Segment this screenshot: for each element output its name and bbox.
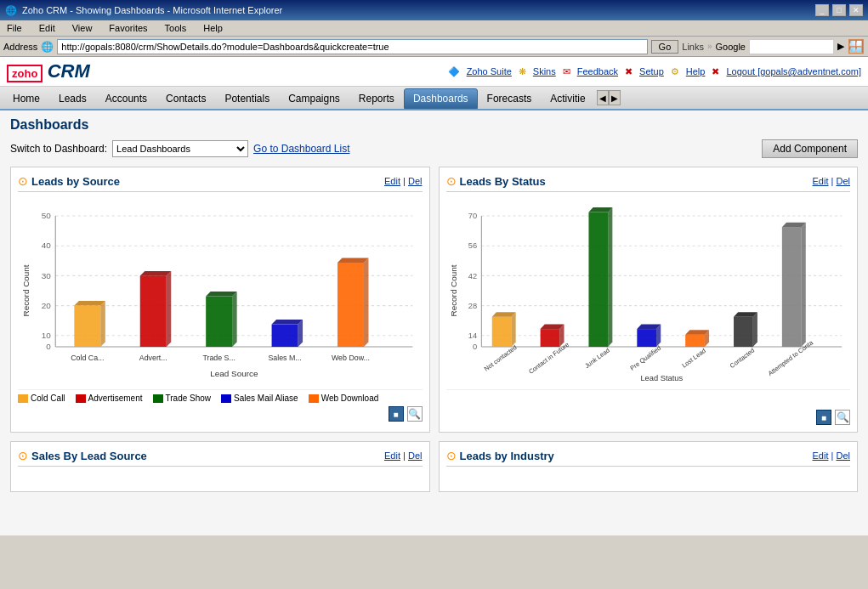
title-bar: 🌐 Zoho CRM - Showing Dashboards - Micros… xyxy=(0,0,868,20)
svg-rect-14 xyxy=(74,306,100,347)
nav-potentials[interactable]: Potentials xyxy=(215,88,279,109)
zoho-text: zoho xyxy=(12,67,37,80)
svg-text:Lead Status: Lead Status xyxy=(640,372,683,382)
svg-rect-58 xyxy=(637,329,656,347)
add-component-button[interactable]: Add Component xyxy=(762,139,858,158)
svg-marker-51 xyxy=(511,312,515,347)
svg-text:56: 56 xyxy=(468,241,476,250)
svg-text:Cold Ca...: Cold Ca... xyxy=(71,354,104,363)
legend-advertisement: Advertisement xyxy=(76,394,143,403)
chart-button-1[interactable]: ■ xyxy=(389,406,404,422)
logout-link[interactable]: Logout [gopals@adventnet.com] xyxy=(726,66,861,76)
nav-scroll-arrows[interactable]: ◀ ▶ xyxy=(597,90,621,105)
top-links: 🔷 Zoho Suite ❋ Skins ✉ Feedback ✖ Setup … xyxy=(448,66,861,77)
legend-trade-show: Trade Show xyxy=(153,394,212,403)
svg-marker-66 xyxy=(752,312,757,347)
legend-color-cold-call xyxy=(18,394,28,403)
nav-scroll-left[interactable]: ◀ xyxy=(597,90,609,105)
svg-text:14: 14 xyxy=(468,331,477,340)
nav-home[interactable]: Home xyxy=(3,88,49,109)
window-controls[interactable]: _ □ ✕ xyxy=(815,4,863,16)
svg-text:0: 0 xyxy=(473,342,477,351)
nav-activities[interactable]: Activitie xyxy=(541,88,594,109)
leads-by-source-title: Leads by Source xyxy=(31,175,120,188)
help-icon: ⚙ xyxy=(671,66,679,77)
crm-text: CRM xyxy=(48,60,90,82)
svg-marker-19 xyxy=(167,271,172,347)
top-header: zoho CRM 🔷 Zoho Suite ❋ Skins ✉ Feedback… xyxy=(0,57,868,87)
nav-accounts[interactable]: Accounts xyxy=(96,88,156,109)
svg-rect-67 xyxy=(781,227,801,347)
chart-controls-1: ■ 🔍 xyxy=(18,406,423,422)
svg-text:30: 30 xyxy=(42,271,52,280)
svg-marker-21 xyxy=(206,292,236,297)
zoom-icon-1: 🔍 xyxy=(408,408,421,420)
chart-icon-1: ⊙ xyxy=(18,174,28,188)
suite-link[interactable]: Zoho Suite xyxy=(467,66,512,76)
svg-text:Record Count: Record Count xyxy=(21,264,31,316)
chart-actions-4: Edit | Del xyxy=(813,450,850,461)
svg-rect-17 xyxy=(140,275,167,347)
google-search-input[interactable] xyxy=(749,39,834,54)
address-label: Address xyxy=(3,42,37,52)
edit-chart-1[interactable]: Edit xyxy=(384,176,400,186)
nav-campaigns[interactable]: Campaigns xyxy=(279,88,349,109)
skins-link[interactable]: Skins xyxy=(533,66,556,76)
nav-forecasts[interactable]: Forecasts xyxy=(478,88,542,109)
svg-text:Contacted: Contacted xyxy=(728,346,755,370)
nav-contacts[interactable]: Contacts xyxy=(156,88,215,109)
address-input[interactable] xyxy=(57,39,647,54)
zoom-button-1[interactable]: 🔍 xyxy=(407,406,423,422)
chart-actions-1: Edit | Del xyxy=(384,176,422,186)
google-go-icon[interactable]: ▶ xyxy=(837,41,844,52)
svg-marker-24 xyxy=(272,320,303,325)
nav-leads[interactable]: Leads xyxy=(49,88,96,109)
svg-marker-28 xyxy=(364,258,369,348)
menu-file[interactable]: File xyxy=(3,22,26,34)
maximize-button[interactable]: □ xyxy=(832,4,846,16)
nav-dashboards[interactable]: Dashboards xyxy=(404,88,478,109)
edit-chart-3[interactable]: Edit xyxy=(384,450,400,461)
menu-edit[interactable]: Edit xyxy=(36,22,59,34)
menu-view[interactable]: View xyxy=(69,22,96,34)
legend-color-trade-show xyxy=(153,394,163,403)
close-button[interactable]: ✕ xyxy=(849,4,863,16)
nav-scroll-right[interactable]: ▶ xyxy=(609,90,621,105)
go-button[interactable]: Go xyxy=(651,40,679,54)
leads-by-source-panel: ⊙ Leads by Source Edit | Del Record Coun… xyxy=(10,167,430,433)
svg-text:0: 0 xyxy=(46,342,51,351)
help-link[interactable]: Help xyxy=(686,66,706,76)
goto-dashboard-link[interactable]: Go to Dashboard List xyxy=(253,143,349,155)
del-chart-2[interactable]: Del xyxy=(836,176,850,186)
links-divider-icon: » xyxy=(707,42,712,51)
suite-icon: 🔷 xyxy=(448,66,460,77)
logout-icon: ✖ xyxy=(712,66,719,77)
dashboard-select[interactable]: Lead Dashboards xyxy=(112,140,248,157)
chart-header-2: ⊙ Leads By Status Edit | Del xyxy=(446,174,851,192)
edit-chart-2[interactable]: Edit xyxy=(813,176,829,186)
setup-icon: ✖ xyxy=(625,66,633,77)
menu-tools[interactable]: Tools xyxy=(162,22,190,34)
menu-help[interactable]: Help xyxy=(200,22,226,34)
chart-button-2[interactable]: ■ xyxy=(816,410,831,425)
nav-reports[interactable]: Reports xyxy=(349,88,404,109)
leads-by-status-panel: ⊙ Leads By Status Edit | Del Record Coun… xyxy=(439,167,859,433)
legend-label-web-download: Web Download xyxy=(321,394,379,403)
feedback-link[interactable]: Feedback xyxy=(577,66,618,76)
chart-icon-2: ⊙ xyxy=(446,174,457,188)
chart-area-2: Record Count 0 14 28 42 56 70 xyxy=(446,197,851,384)
del-chart-4[interactable]: Del xyxy=(836,450,850,461)
chart-header-3: ⊙ Sales By Lead Source Edit | Del xyxy=(18,449,423,467)
legend-sales-mail: Sales Mail Aliase xyxy=(221,394,298,403)
zoom-button-2[interactable]: 🔍 xyxy=(835,410,850,425)
del-chart-1[interactable]: Del xyxy=(408,176,423,186)
svg-text:70: 70 xyxy=(468,211,476,220)
minimize-button[interactable]: _ xyxy=(815,4,829,16)
edit-chart-4[interactable]: Edit xyxy=(813,450,829,461)
setup-link[interactable]: Setup xyxy=(639,66,664,76)
nav-bar: Home Leads Accounts Contacts Potentials … xyxy=(0,87,868,110)
svg-text:Web Dow...: Web Dow... xyxy=(332,354,370,363)
menu-favorites[interactable]: Favorites xyxy=(105,22,150,34)
del-chart-3[interactable]: Del xyxy=(408,450,423,461)
svg-rect-49 xyxy=(491,317,511,347)
